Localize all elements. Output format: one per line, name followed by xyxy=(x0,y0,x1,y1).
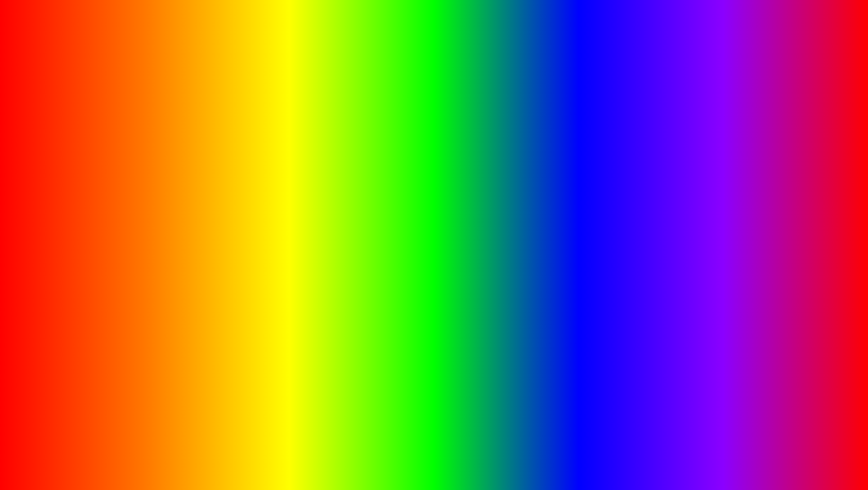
sidebar-fruit[interactable]: 🍊 Fruit xyxy=(262,187,317,200)
p2-m-icon-4: M xyxy=(385,289,394,298)
autoaweak-label: Auto Aweak xyxy=(403,254,567,260)
sidebar-miscfarm[interactable]: ⚙ MiscFarm xyxy=(262,174,317,187)
raidhop-label: Auto Raid Hop xyxy=(403,217,567,223)
home-icon: ⌂ xyxy=(268,151,275,157)
p2-sidebar-teleport[interactable]: 📍 Teleport xyxy=(322,276,376,289)
x-logo-fruits: FRUITS xyxy=(790,450,822,459)
p2-m-icon-1: M xyxy=(385,215,394,224)
sidebar-raid[interactable]: ⚔ Raid xyxy=(262,213,317,226)
panel-1-sidebar: ⌂ Genneral 📈 Stats ⚙ MiscFarm 🍊 Fruit 🛒 xyxy=(260,145,319,271)
sidebar-players[interactable]: ✏ Players xyxy=(262,239,317,252)
x-fruits-logo: 💀 X FRUITS xyxy=(774,405,837,468)
panel-1-header: M Makori HUB Version|X เวอร์ชั่นเอ็กซ์ xyxy=(260,130,582,145)
sidebar-raid-label: Raid xyxy=(278,216,290,223)
sidebar-stats-label: Stats xyxy=(278,164,291,170)
raid-icon: ⚔ xyxy=(268,216,275,223)
p2-sidebar-general[interactable]: ⌂ Genneral xyxy=(322,198,376,211)
feature-autofarm: M Auto Farm xyxy=(322,149,578,165)
fruit-icon: 🍊 xyxy=(268,190,275,196)
teleport-lab-button[interactable]: Teleport to Lab xyxy=(382,304,592,319)
p2-players-label: Players xyxy=(338,293,356,299)
p2-raid-label: Raid xyxy=(338,267,349,273)
p2-shop-icon: 🛒 xyxy=(327,254,334,260)
sidebar-stats[interactable]: 📈 Stats xyxy=(262,161,317,174)
panel-1-hub: HUB xyxy=(303,134,317,141)
stats-icon: 📈 xyxy=(268,164,275,170)
divider-1 xyxy=(339,152,340,161)
p2-sidebar-players[interactable]: ✏ Players xyxy=(322,290,376,302)
players-icon: ✏ xyxy=(268,242,275,249)
p2-fruit-label: Fruit xyxy=(338,241,349,247)
p2-sidebar-miscfarm[interactable]: ⚙ MiscFarm xyxy=(322,224,376,237)
fruitinventory-label: Get Fruit Inventory xyxy=(403,290,567,297)
svg-rect-11 xyxy=(130,136,170,172)
p2-stats-label: Stats xyxy=(338,214,350,221)
sidebar-general-label: Genneral xyxy=(278,151,300,157)
panel-2-hub: HUB xyxy=(362,184,376,192)
title-blox: BLOX xyxy=(176,17,392,110)
p2-teleport-icon: 📍 xyxy=(327,280,334,286)
x-logo-x: X xyxy=(798,428,813,450)
main-title: BLOX FRUITS xyxy=(4,17,864,110)
nokey-text: NO KEY!! xyxy=(547,214,689,249)
p2-divider-2 xyxy=(398,234,399,243)
p2-m-icon-2: M xyxy=(385,234,394,243)
p2-stats-icon: 📈 xyxy=(327,214,334,221)
svg-point-17 xyxy=(148,286,174,297)
sidebar-shop[interactable]: 🛒 Shop xyxy=(262,200,317,213)
panel-1-brand: Makori xyxy=(278,134,299,141)
select-dungeon-row: Select Dungeon : ∨ xyxy=(382,267,592,283)
p2-m-icon-3: M xyxy=(385,252,394,261)
sidebar-shop-label: Shop xyxy=(278,203,291,209)
p2-gear-icon: ⚙ xyxy=(327,227,334,234)
update-label: UPDATE xyxy=(40,404,234,459)
p2-fruit-icon: 🍊 xyxy=(327,241,334,247)
sidebar-players-label: Players xyxy=(278,242,296,249)
p2-general-label: Genneral xyxy=(338,201,360,208)
update-footer: UPDATE 20 SCRIPT PASTEBIN xyxy=(40,391,685,464)
autofarm-toggle[interactable] xyxy=(556,152,574,161)
p2-players-icon: ✏ xyxy=(327,293,334,299)
p2-sidebar-raid[interactable]: ⚔ Raid xyxy=(322,263,376,276)
title-fruits: FRUITS xyxy=(413,17,692,110)
p2-sidebar-fruit[interactable]: 🍊 Fruit xyxy=(322,237,376,250)
sidebar-teleport[interactable]: 📍 Teleport xyxy=(262,226,317,239)
fruitinventory-toggle[interactable] xyxy=(571,289,589,298)
update-number: 20 xyxy=(236,392,304,463)
p2-divider-3 xyxy=(398,252,399,261)
feature-fruitinventory: M Get Fruit Inventory xyxy=(382,285,592,302)
sidebar-general[interactable]: ⌂ Genneral xyxy=(262,148,317,160)
raidnormal-label: Auto Raid Normal [One Click] xyxy=(403,235,567,241)
svg-rect-14 xyxy=(130,222,150,289)
shop-icon: 🛒 xyxy=(268,203,275,209)
auto600-label: Auto 600 Mas Melee xyxy=(343,172,553,178)
panel-2-brand: Makori xyxy=(338,184,358,192)
teleport-icon: 📍 xyxy=(268,229,275,236)
feature-m-icon-1: M xyxy=(326,152,335,161)
script-label: SCRIPT xyxy=(306,408,466,459)
panel-1-logo: M xyxy=(266,133,275,142)
panel-2-sidebar: ⌂ Genneral 📈 Stats ⚙ MiscFarm 🍊 Fruit 🛒 xyxy=(320,196,378,335)
p2-sidebar-shop[interactable]: 🛒 Shop xyxy=(322,250,376,263)
select-arrow-icon[interactable]: ∨ xyxy=(584,272,589,279)
p2-miscfarm-label: MiscFarm xyxy=(338,227,362,234)
panel-2-logo: M xyxy=(325,183,334,192)
panel-1-version: Version|X เวอร์ชั่นเอ็กซ์ xyxy=(525,134,576,142)
select-dungeon-label: Select Dungeon : xyxy=(385,272,584,278)
p2-home-icon: ⌂ xyxy=(327,201,334,208)
skull-icon: 💀 xyxy=(799,415,813,428)
background-scene: BLOX FRUITS xyxy=(4,4,864,486)
sidebar-fruit-label: Fruit xyxy=(278,190,289,196)
p2-divider-1 xyxy=(398,215,399,224)
p2-divider-4 xyxy=(398,289,399,298)
p2-sidebar-stats[interactable]: 📈 Stats xyxy=(322,211,376,224)
autoaweak-toggle[interactable] xyxy=(571,252,589,261)
free-text: FREE xyxy=(547,179,689,211)
sidebar-teleport-label: Teleport xyxy=(278,229,298,236)
divider-2 xyxy=(339,171,340,180)
free-nokey-badge: FREE NO KEY!! xyxy=(547,179,689,249)
p2-shop-label: Shop xyxy=(338,254,350,260)
sidebar-miscfarm-label: MiscFarm xyxy=(278,177,302,183)
feature-autoaweak: M Auto Aweak xyxy=(382,249,592,265)
p2-raid-icon: ⚔ xyxy=(327,267,334,273)
